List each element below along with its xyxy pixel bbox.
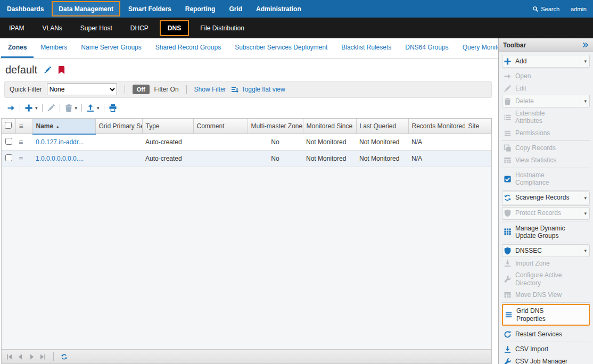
top-nav-item-data-management[interactable]: Data Management bbox=[52, 1, 120, 16]
column-header-monitored-since[interactable]: Monitored Since bbox=[303, 119, 356, 134]
side-toolbar-item-dnssec[interactable]: DNSSEC ▾ bbox=[502, 244, 590, 257]
zone-name-link[interactable]: 1.0.0.0.0.0.0.0.... bbox=[36, 155, 84, 162]
column-header-last-queried[interactable]: Last Queried bbox=[356, 119, 408, 134]
side-toolbar-item-import-zone[interactable]: Import Zone bbox=[502, 257, 590, 269]
column-label: Multi-master Zone bbox=[251, 122, 303, 130]
column-header-multi-master-zone[interactable]: Multi-master Zone bbox=[248, 119, 303, 134]
dropdown-caret-icon[interactable]: ▾ bbox=[580, 209, 588, 218]
side-toolbar-item-manage-dynamic-update-groups[interactable]: Manage Dynamic Update Groups bbox=[502, 222, 590, 242]
toggle-flat-view-button[interactable]: Toggle flat view bbox=[231, 86, 285, 94]
bookmark-icon[interactable] bbox=[58, 66, 65, 74]
dropdown-caret-icon[interactable]: ▾ bbox=[75, 105, 78, 111]
select-all-checkbox[interactable] bbox=[5, 122, 12, 129]
dropdown-caret-icon[interactable]: ▾ bbox=[580, 57, 588, 65]
select-all-header[interactable] bbox=[2, 119, 15, 134]
dropdown-caret-icon[interactable]: ▾ bbox=[35, 105, 38, 111]
side-toolbar-item-csv-import[interactable]: CSV Import bbox=[502, 343, 590, 355]
table-row[interactable]: ≡1.0.0.0.0.0.0.0....Auto-createdNoNot Mo… bbox=[2, 151, 491, 167]
divider bbox=[502, 69, 590, 69]
previous-page-button[interactable] bbox=[17, 353, 24, 360]
sub-nav-item-dns[interactable]: DNS bbox=[160, 20, 189, 36]
divider bbox=[502, 190, 590, 191]
print-button[interactable] bbox=[107, 103, 119, 113]
add-button[interactable]: ▾ bbox=[23, 103, 39, 113]
side-toolbar-item-view-statistics[interactable]: View Statistics bbox=[502, 154, 590, 167]
sub-nav-item-ipam[interactable]: IPAM bbox=[0, 18, 33, 38]
column-header-site[interactable]: Site bbox=[465, 119, 491, 134]
side-toolbar-item-grid-dns-properties[interactable]: Grid DNS Properties bbox=[502, 304, 590, 326]
sub-nav-item-dhcp[interactable]: DHCP bbox=[121, 18, 158, 38]
row-menu-icon[interactable]: ≡ bbox=[19, 154, 23, 163]
tab-blacklist-rulesets[interactable]: Blacklist Rulesets bbox=[334, 38, 398, 58]
top-nav-item-administration[interactable]: Administration bbox=[249, 0, 308, 18]
side-toolbar-item-scavenge-records[interactable]: Scavenge Records ▾ bbox=[502, 192, 590, 204]
zones-grid-panel: ≡ Name▲Grid Primary Se...TypeCommentMult… bbox=[1, 118, 492, 350]
tab-subscriber-services-deployment[interactable]: Subscriber Services Deployment bbox=[228, 38, 334, 58]
tab-shared-record-groups[interactable]: Shared Record Groups bbox=[149, 38, 228, 58]
dropdown-caret-icon[interactable]: ▾ bbox=[97, 105, 100, 111]
tab-name-server-groups[interactable]: Name Server Groups bbox=[74, 38, 148, 58]
side-toolbar-item-hostname-compliance[interactable]: Hostname Compliance bbox=[502, 169, 590, 189]
first-page-button[interactable] bbox=[6, 353, 13, 360]
dropdown-caret-icon[interactable]: ▾ bbox=[580, 194, 588, 202]
trash-icon bbox=[504, 97, 512, 105]
column-header-comment[interactable]: Comment bbox=[193, 119, 248, 134]
side-toolbar-item-copy-records[interactable]: Copy Records bbox=[502, 142, 590, 154]
top-nav-item-reporting[interactable]: Reporting bbox=[178, 0, 223, 18]
user-menu[interactable]: admin bbox=[571, 6, 587, 12]
sub-nav-item-vlans[interactable]: VLANs bbox=[33, 18, 71, 38]
edit-view-icon[interactable] bbox=[44, 66, 52, 74]
export-button[interactable]: ▾ bbox=[85, 103, 101, 113]
side-toolbar-item-edit[interactable]: Edit bbox=[502, 82, 590, 95]
dropdown-caret-icon[interactable]: ▾ bbox=[580, 97, 588, 105]
top-nav-bar: Dashboards Data Management Smart Folders… bbox=[0, 0, 593, 18]
side-toolbar-item-protect-records[interactable]: Protect Records ▾ bbox=[502, 207, 590, 220]
quick-filter-select[interactable]: None bbox=[47, 84, 117, 95]
delete-button[interactable]: ▾ bbox=[63, 103, 79, 113]
collapse-toolbar-icon[interactable] bbox=[582, 42, 589, 48]
tab-dns64-groups[interactable]: DNS64 Groups bbox=[398, 38, 455, 58]
column-header-grid-primary-se[interactable]: Grid Primary Se... bbox=[95, 119, 142, 134]
side-toolbar-item-extensible-attributes[interactable]: Extensible Attributes bbox=[502, 107, 590, 127]
zone-name-cell[interactable]: 1.0.0.0.0.0.0.0.... bbox=[32, 151, 95, 167]
row-checkbox[interactable] bbox=[5, 138, 12, 145]
side-toolbar-item-configure-active-directory[interactable]: Configure Active Directory bbox=[502, 269, 590, 289]
side-toolbar-item-delete[interactable]: Delete ▾ bbox=[502, 95, 590, 107]
side-toolbar-item-add[interactable]: Add ▾ bbox=[502, 55, 590, 68]
open-button[interactable] bbox=[5, 103, 17, 113]
tab-members[interactable]: Members bbox=[34, 38, 74, 58]
sub-nav-item-file-distribution[interactable]: File Distribution bbox=[191, 18, 253, 38]
top-nav-item-label: Data Management bbox=[59, 5, 113, 13]
zone-name-link[interactable]: 0.0.127.in-addr... bbox=[36, 138, 84, 146]
row-menu-icon[interactable]: ≡ bbox=[19, 138, 23, 146]
table-row[interactable]: ≡0.0.127.in-addr...Auto-createdNoNot Mon… bbox=[2, 134, 491, 151]
column-header-name[interactable]: Name▲ bbox=[32, 119, 95, 134]
last-page-button[interactable] bbox=[39, 353, 46, 360]
top-nav-item-grid[interactable]: Grid bbox=[222, 0, 249, 18]
sub-nav-item-super-host[interactable]: Super Host bbox=[71, 18, 121, 38]
side-toolbar-item-label: Extensible Attributes bbox=[515, 110, 573, 125]
column-header-type[interactable]: Type bbox=[142, 119, 193, 134]
edit-button[interactable] bbox=[45, 103, 57, 113]
show-filter-link[interactable]: Show Filter bbox=[194, 86, 226, 93]
tab-label: Zones bbox=[8, 44, 27, 51]
dropdown-caret-icon[interactable]: ▾ bbox=[580, 246, 588, 255]
divider bbox=[502, 221, 590, 221]
filter-toggle-button[interactable]: Off bbox=[133, 85, 150, 94]
quick-filter-label: Quick Filter bbox=[10, 86, 42, 93]
side-toolbar-item-csv-job-manager[interactable]: CSV Job Manager bbox=[502, 355, 590, 364]
top-nav-item-dashboards[interactable]: Dashboards bbox=[0, 0, 51, 18]
tab-label: Blacklist Rulesets bbox=[341, 44, 391, 51]
column-header-records-monitored[interactable]: Records Monitored bbox=[408, 119, 465, 134]
zone-name-cell[interactable]: 0.0.127.in-addr... bbox=[32, 134, 95, 151]
side-toolbar-item-open[interactable]: Open bbox=[502, 70, 590, 82]
refresh-button[interactable] bbox=[61, 353, 68, 360]
next-page-button[interactable] bbox=[28, 353, 35, 360]
search-button[interactable]: Search bbox=[532, 6, 559, 12]
row-checkbox[interactable] bbox=[5, 154, 12, 161]
top-nav-item-smart-folders[interactable]: Smart Folders bbox=[121, 0, 178, 18]
side-toolbar-item-permissions[interactable]: Permissions bbox=[502, 127, 590, 139]
tab-zones[interactable]: Zones bbox=[1, 38, 34, 58]
side-toolbar-item-restart-services[interactable]: Restart Services bbox=[502, 328, 590, 341]
side-toolbar-item-move-dns-view[interactable]: Move DNS View bbox=[502, 289, 590, 301]
